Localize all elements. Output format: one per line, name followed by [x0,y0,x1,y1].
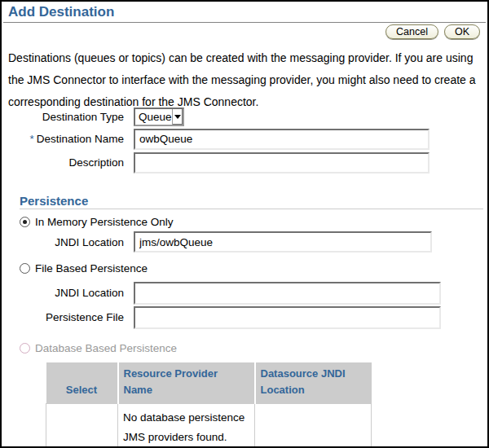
destination-name-label: *Destination Name [2,133,124,145]
persistence-file-input[interactable] [134,306,441,329]
persistence-divider [20,209,483,209]
destination-name-row: *Destination Name [2,128,430,150]
description-input[interactable] [134,152,430,173]
persistence-heading: Persistence [20,194,88,208]
column-header-select: Select [46,362,118,404]
in-memory-label: In Memory Persistence Only [35,216,174,228]
empty-message-cell: No database persistence JMS providers fo… [118,404,255,448]
action-buttons: Cancel OK [385,24,480,39]
select-cell [46,404,118,448]
in-memory-radio[interactable] [20,217,30,227]
file-based-radio[interactable] [20,263,30,274]
destination-name-input[interactable] [134,129,430,150]
database-based-label: Database Based Persistence [35,342,177,354]
database-based-radio [20,343,30,354]
destination-type-select[interactable]: Queue [134,108,184,126]
file-jndi-row: JNDI Location [2,281,441,305]
add-destination-dialog: Add Destination Cancel OK Destinations (… [0,0,489,448]
file-based-option: File Based Persistence [20,262,148,275]
description-row: Description [2,152,430,173]
column-header-resource-provider: Resource Provider Name [118,362,255,404]
table-row: No database persistence JMS providers fo… [46,404,372,448]
ok-button[interactable]: OK [444,24,480,39]
persistence-file-label: Persistence File [2,311,124,323]
title-divider [3,22,486,23]
intro-text: Destinations (queues or topics) can be c… [8,47,476,113]
in-memory-option: In Memory Persistence Only [20,216,174,228]
in-memory-jndi-row: JNDI Location [2,231,432,253]
chevron-down-icon [172,109,183,125]
destination-type-row: Destination Type Queue [2,107,184,127]
description-label: Description [2,156,124,169]
database-based-option: Database Based Persistence [20,342,177,354]
file-jndi-input[interactable] [134,282,441,305]
column-header-datasource-jndi: Datasource JNDI Location [255,362,372,404]
page-title: Add Destination [8,4,114,20]
required-asterisk: * [29,133,33,145]
file-based-label: File Based Persistence [35,262,148,275]
file-jndi-label: JNDI Location [2,287,124,299]
cancel-button[interactable]: Cancel [385,24,438,39]
in-memory-jndi-label: JNDI Location [2,236,124,248]
destination-type-value: Queue [135,111,172,123]
table-header-row: Select Resource Provider Name Datasource… [46,362,372,404]
providers-table: Select Resource Provider Name Datasource… [46,362,372,448]
persistence-file-row: Persistence File [2,305,441,329]
datasource-cell [255,404,372,448]
destination-type-label: Destination Type [2,111,124,123]
in-memory-jndi-input[interactable] [134,231,432,253]
